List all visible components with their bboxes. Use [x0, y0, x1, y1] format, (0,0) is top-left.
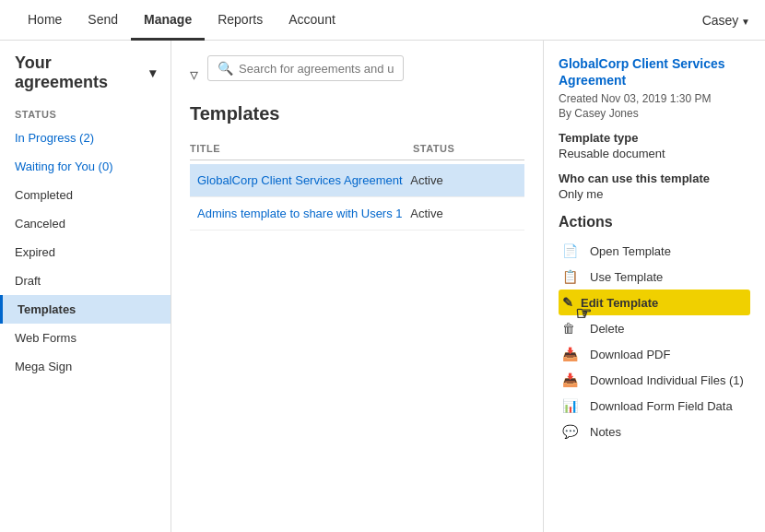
use-template-icon: 📋 [562, 269, 583, 284]
sidebar-item-mega-sign[interactable]: Mega Sign [0, 352, 171, 381]
delete-icon: 🗑 [562, 321, 583, 336]
search-icon: 🔍 [218, 61, 233, 76]
action-open-template[interactable]: 📄 Open Template [559, 238, 750, 264]
table-header: TITLE STATUS [190, 137, 524, 160]
action-edit-template[interactable]: ✎ ☞ Edit Template [559, 290, 750, 315]
sidebar-item-in-progress[interactable]: In Progress (2) [0, 124, 171, 152]
nav-reports[interactable]: Reports [205, 1, 276, 41]
action-download-form-field[interactable]: 📊 Download Form Field Data [559, 393, 750, 419]
action-download-pdf[interactable]: 📥 Download PDF [559, 341, 750, 367]
sidebar-item-canceled[interactable]: Canceled [0, 209, 171, 238]
table-row[interactable]: Admins template to share with Users 1 Ac… [190, 197, 524, 231]
panel-agreement-title: GlobalCorp Client Services Agreement [559, 55, 750, 89]
action-delete-label: Delete [590, 322, 625, 336]
nav-manage[interactable]: Manage [131, 1, 205, 41]
panel-by: By Casey Jones [559, 107, 750, 120]
search-row: ▿ 🔍 [190, 55, 524, 94]
sidebar-item-templates[interactable]: Templates [0, 295, 171, 324]
nav-account[interactable]: Account [276, 1, 348, 41]
action-delete[interactable]: 🗑 Delete [559, 315, 750, 341]
download-pdf-icon: 📥 [562, 347, 583, 361]
chevron-down-icon: ▾ [149, 65, 156, 80]
right-panel: GlobalCorp Client Services Agreement Cre… [544, 41, 765, 532]
sidebar-item-completed[interactable]: Completed [0, 181, 171, 209]
col-header-status: STATUS [413, 143, 524, 154]
action-use-template[interactable]: 📋 Use Template [559, 264, 750, 290]
table-row[interactable]: GlobalCorp Client Services Agreement Act… [190, 164, 524, 197]
main-layout: Your agreements ▾ STATUS In Progress (2)… [0, 41, 765, 532]
sidebar-item-draft[interactable]: Draft [0, 266, 171, 295]
user-menu[interactable]: Casey [702, 13, 750, 28]
row-status: Active [410, 173, 517, 187]
sidebar-item-expired[interactable]: Expired [0, 238, 171, 266]
action-download-form-label: Download Form Field Data [590, 399, 733, 413]
action-notes-label: Notes [590, 425, 621, 439]
edit-template-icon: ✎ [562, 295, 573, 310]
action-download-pdf-label: Download PDF [590, 348, 670, 361]
sidebar-item-waiting[interactable]: Waiting for You (0) [0, 152, 171, 181]
search-bar: 🔍 [207, 55, 404, 81]
sidebar-header[interactable]: Your agreements ▾ [0, 41, 171, 101]
notes-icon: 💬 [562, 424, 583, 439]
content-title: Templates [190, 103, 524, 124]
template-type-value: Reusable document [559, 147, 750, 160]
open-template-icon: 📄 [562, 243, 583, 258]
download-individual-icon: 📥 [562, 372, 583, 387]
action-download-individual[interactable]: 📥 Download Individual Files (1) [559, 367, 750, 393]
top-navigation: Home Send Manage Reports Account Casey [0, 0, 765, 41]
who-can-use-label: Who can use this template [559, 171, 750, 185]
search-input[interactable] [239, 62, 394, 76]
col-header-title: TITLE [190, 143, 413, 154]
who-can-use-value: Only me [559, 187, 750, 201]
who-can-use-section: Who can use this template Only me [559, 171, 750, 201]
sidebar-title: Your agreements [15, 53, 144, 92]
download-form-icon: 📊 [562, 398, 583, 413]
sidebar-item-web-forms[interactable]: Web Forms [0, 324, 171, 352]
action-download-individual-label: Download Individual Files (1) [590, 373, 744, 387]
template-type-section: Template type Reusable document [559, 131, 750, 160]
nav-send[interactable]: Send [75, 1, 131, 41]
action-open-label: Open Template [590, 244, 671, 258]
action-edit-label: Edit Template [581, 296, 658, 310]
nav-home[interactable]: Home [15, 1, 75, 41]
template-type-label: Template type [559, 131, 750, 145]
row-status: Active [410, 207, 517, 220]
row-title: Admins template to share with Users 1 [197, 207, 410, 220]
action-notes[interactable]: 💬 Notes [559, 419, 750, 444]
status-label: STATUS [0, 101, 171, 124]
action-use-label: Use Template [590, 270, 663, 284]
filter-icon[interactable]: ▿ [190, 65, 198, 85]
panel-created: Created Nov 03, 2019 1:30 PM [559, 92, 750, 105]
sidebar: Your agreements ▾ STATUS In Progress (2)… [0, 41, 171, 532]
main-content: ▿ 🔍 Templates TITLE STATUS GlobalCorp Cl… [171, 41, 544, 532]
row-title: GlobalCorp Client Services Agreement [197, 173, 410, 187]
actions-title: Actions [559, 214, 750, 231]
